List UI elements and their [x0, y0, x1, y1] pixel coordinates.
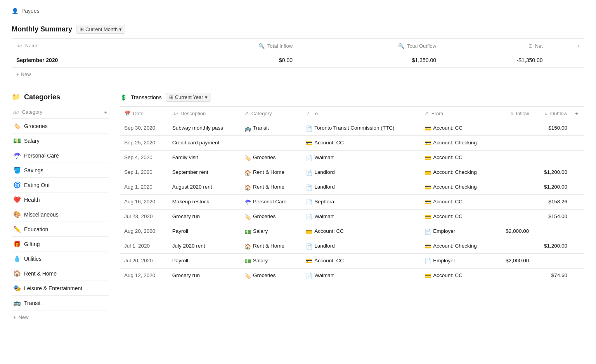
transaction-row[interactable]: Sep 25, 2020 Credit card payment 💳Accoun…: [120, 136, 584, 151]
trans-extra: [571, 195, 584, 210]
from-label: Account: CC: [433, 154, 463, 160]
trans-from: 📄Employer: [421, 254, 494, 269]
summary-col-outflow: 🔍 Total Outflow: [297, 39, 441, 53]
category-item-label: Health: [24, 197, 40, 203]
trans-category: 🏷️Groceries: [241, 151, 302, 165]
transactions-filter-badge[interactable]: ⊞ Current Year ▾: [166, 93, 211, 102]
transactions-icon: 💲: [120, 94, 127, 101]
from-icon: 📄: [424, 229, 431, 235]
trans-from: 💳Account: Checking: [421, 165, 494, 180]
category-item-icon: 🪣: [13, 166, 21, 174]
trans-to: 📄Toronto Transit Commission (TTC): [302, 121, 421, 136]
category-list-item[interactable]: 🚌 Transit: [12, 296, 109, 310]
trans-outflow: $1,200.00: [533, 239, 571, 254]
transactions-panel: 💲 Transactions ⊞ Current Year ▾ 📅 Date 𝐴…: [120, 93, 584, 324]
from-icon: 💳: [424, 170, 431, 176]
to-label: Landlord: [314, 169, 335, 175]
categories-title-row: 📁 Categories: [12, 93, 109, 101]
trans-category: [241, 136, 302, 151]
trans-from: 📄Employer: [421, 224, 494, 239]
category-item-icon: 🚌: [13, 299, 21, 307]
trans-to: 📄Landlord: [302, 165, 421, 180]
transaction-row[interactable]: Sep 4, 2020 Family visit 🏷️Groceries 📄Wa…: [120, 151, 584, 165]
category-list-item[interactable]: 🏷️ Groceries: [12, 119, 109, 133]
trans-outflow: [533, 136, 571, 151]
cat-icon: 🏷️: [244, 155, 251, 161]
trans-description: September rent: [168, 165, 241, 180]
trans-from: 💳Account: CC: [421, 210, 494, 224]
category-list-item[interactable]: 🎨 Miscellaneous: [12, 207, 109, 222]
trans-to: 📄Walmart: [302, 151, 421, 165]
table-icon2: ⊞: [169, 94, 173, 100]
cat-label: Rent & Home: [253, 243, 284, 249]
transaction-row[interactable]: Jul 20, 2020 Payroll 💵Salary 💳Account: C…: [120, 254, 584, 269]
trans-outflow: $1,200.00: [533, 165, 571, 180]
category-item-label: Education: [24, 226, 48, 232]
transaction-row[interactable]: Jul 1, 2020 July 2020 rent 🏠Rent & Home …: [120, 239, 584, 254]
category-list-item[interactable]: ☂️ Personal Care: [12, 148, 109, 163]
summary-new-row[interactable]: +New: [12, 68, 584, 81]
category-list-item[interactable]: 🎭 Leisure & Entertainment: [12, 281, 109, 296]
trans-date: Jul 20, 2020: [120, 254, 168, 269]
payees-label[interactable]: Payees: [21, 8, 40, 14]
trans-date: Aug 20, 2020: [120, 224, 168, 239]
trans-description: Subway monthly pass: [168, 121, 241, 136]
transaction-row[interactable]: Jul 23, 2020 Grocery run 🏷️Groceries 📄Wa…: [120, 210, 584, 224]
trans-date: Sep 25, 2020: [120, 136, 168, 151]
from-icon: 💳: [424, 140, 431, 146]
trans-from: 💳Account: CC: [421, 151, 494, 165]
categories-panel: 📁 Categories 𝐴𝑎 Category + 🏷️ Groceries💵…: [12, 93, 109, 324]
from-label: Account: Checking: [433, 243, 477, 249]
category-list-item[interactable]: ✏️ Education: [12, 222, 109, 237]
summary-col-add[interactable]: +: [547, 39, 584, 53]
trans-inflow: [495, 269, 533, 283]
to-icon: 📄: [306, 199, 312, 205]
category-list-item[interactable]: 🎁 Gifting: [12, 237, 109, 251]
payees-icon: 👤: [12, 8, 18, 14]
category-list-item[interactable]: 🪣 Savings: [12, 163, 109, 178]
trans-from: 💳Account: CC: [421, 195, 494, 210]
trans-outflow: [533, 254, 571, 269]
monthly-summary-title-row: Monthly Summary ⊞ Current Month ▾: [12, 25, 584, 34]
to-icon: 📄: [306, 184, 312, 191]
cat-icon: 💵: [244, 258, 251, 264]
to-icon: 💳: [306, 258, 312, 264]
monthly-filter-badge[interactable]: ⊞ Current Month ▾: [76, 25, 125, 34]
to-label: Landlord: [314, 243, 335, 249]
trans-category: 🚌Transit: [241, 121, 302, 136]
category-item-icon: 💧: [13, 255, 21, 262]
categories-icon: 📁: [12, 93, 20, 101]
category-list-item[interactable]: 💧 Utilities: [12, 251, 109, 266]
transaction-row[interactable]: Aug 20, 2020 Payroll 💵Salary 💳Account: C…: [120, 224, 584, 239]
transaction-row[interactable]: Aug 1, 2020 August 2020 rent 🏠Rent & Hom…: [120, 180, 584, 195]
new-category-row[interactable]: + New: [12, 310, 109, 324]
trans-extra: [571, 136, 584, 151]
trans-to: 💳Account: CC: [302, 136, 421, 151]
trans-inflow: [495, 165, 533, 180]
category-item-label: Gifting: [24, 241, 40, 247]
category-col-label: 𝐴𝑎 Category: [13, 109, 42, 115]
transaction-row[interactable]: Aug 12, 2020 Grocery run 🏷️Groceries 📄Wa…: [120, 269, 584, 283]
category-column-header: 𝐴𝑎 Category +: [12, 106, 109, 119]
category-item-label: Leisure & Entertainment: [24, 285, 82, 291]
trans-col-add[interactable]: +: [571, 107, 584, 121]
category-list-item[interactable]: 🌀 Eating Out: [12, 178, 109, 192]
from-label: Employer: [433, 258, 455, 263]
trans-date: Aug 12, 2020: [120, 269, 168, 283]
trans-to: 💳Account: CC: [302, 254, 421, 269]
category-item-icon: 🎭: [13, 284, 21, 292]
chevron-down-icon: ▾: [119, 26, 122, 32]
transaction-row[interactable]: Sep 1, 2020 September rent 🏠Rent & Home …: [120, 165, 584, 180]
transaction-row[interactable]: Sep 30, 2020 Subway monthly pass 🚌Transi…: [120, 121, 584, 136]
cat-icon: 🚌: [244, 125, 251, 132]
category-add-icon[interactable]: +: [104, 109, 107, 115]
from-label: Account: CC: [433, 213, 463, 219]
to-label: Sephora: [314, 199, 334, 205]
category-list-item[interactable]: ❤️ Health: [12, 192, 109, 207]
transaction-row[interactable]: Aug 16, 2020 Makeup restock ☂️Personal C…: [120, 195, 584, 210]
trans-extra: [571, 239, 584, 254]
category-list-item[interactable]: 🏠 Rent & Home: [12, 266, 109, 281]
new-category-label: New: [19, 314, 29, 320]
category-list-item[interactable]: 💵 Salary: [12, 133, 109, 148]
category-item-label: Miscellaneous: [24, 211, 59, 218]
